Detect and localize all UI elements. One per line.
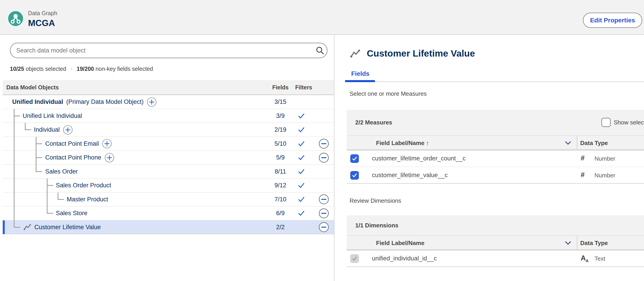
fields-count-cell: 6/9 [266, 206, 295, 220]
show-selected-control: Show select [602, 118, 644, 127]
page-title: MCGA [28, 18, 55, 28]
fields-count-cell: 7/10 [266, 192, 295, 207]
object-name: Master Product [67, 196, 108, 203]
remove-object-icon[interactable] [316, 220, 331, 234]
remove-object-icon[interactable] [316, 151, 331, 165]
measure-checkbox-checked[interactable] [350, 171, 359, 180]
measures-count-label: 2/2 Measures [355, 119, 392, 126]
dimensions-count-label: 1/1 Dimensions [355, 222, 398, 229]
fields-count-cell: 5/9 [266, 151, 295, 165]
column-divider [577, 136, 577, 151]
filter-check-icon[interactable] [294, 165, 308, 179]
column-data-type: Data Type [580, 140, 608, 147]
tab-fields[interactable]: Fields [351, 70, 370, 77]
dimensions-card: 1/1 Dimensions Field Label/Name Data Typ… [347, 215, 644, 267]
add-related-object-icon[interactable] [63, 125, 73, 135]
panel-divider [334, 35, 334, 281]
filter-check-icon[interactable] [294, 109, 308, 123]
edit-properties-button[interactable]: Edit Properties [583, 13, 642, 28]
dimension-row: unified_individual_id__c Aa Text [347, 250, 644, 267]
measure-field-name: customer_lifetime_order_count__c [372, 155, 466, 162]
search-icon[interactable] [316, 46, 324, 55]
chevron-down-icon[interactable] [565, 241, 571, 245]
search-input[interactable] [10, 43, 328, 58]
column-field-label-name[interactable]: Field Label/Name ↑ [376, 140, 429, 147]
fields-count-cell: 5/10 [266, 137, 295, 151]
fields-count-cell: 3/15 [266, 95, 295, 109]
add-related-object-icon[interactable] [104, 153, 114, 163]
tree-table-header: Data Model Objects Fields Filters [3, 80, 334, 95]
measure-row: customer_lifetime_value__c # Number [347, 167, 644, 184]
number-type-icon: # [581, 171, 584, 179]
dimensions-table-header: Field Label/Name Data Type [347, 235, 644, 250]
summary-separator: · [70, 66, 72, 72]
filter-check-icon[interactable] [294, 151, 308, 165]
column-field-label-name[interactable]: Field Label/Name [376, 240, 424, 247]
object-name: Customer Lifetime Value [34, 224, 101, 231]
selection-summary: 10/25 objects selected · 19/200 non-key … [10, 66, 153, 72]
table-row-selected[interactable]: Customer Lifetime Value 2/2 [3, 220, 334, 234]
data-graph-app: Data Graph MCGA Edit Properties 10/25 ob… [0, 0, 644, 281]
tab-active-indicator [345, 80, 375, 82]
calculated-insight-icon [24, 224, 31, 230]
table-row[interactable]: Contact Point Phone 5/9 [3, 151, 334, 165]
table-row[interactable]: Contact Point Email 5/10 [3, 137, 334, 151]
table-row[interactable]: Sales Order 8/11 [3, 165, 334, 179]
table-row[interactable]: Master Product 7/10 [3, 192, 334, 207]
object-name: Sales Order [45, 168, 78, 175]
sort-ascending-indicator: ↑ [426, 140, 429, 146]
measure-field-name: customer_lifetime_value__c [372, 172, 448, 179]
remove-object-icon[interactable] [316, 206, 331, 220]
table-row[interactable]: Unified Link Individual 3/9 [3, 109, 334, 123]
detail-title: Customer Lifetime Value [367, 48, 475, 59]
fields-label: non-key fields selected [96, 66, 153, 72]
object-name: Unified Link Individual [22, 112, 82, 119]
object-name: Unified Individual [12, 98, 63, 105]
selected-row-indicator [3, 220, 5, 234]
data-type-label: Number [594, 155, 615, 162]
chevron-down-icon[interactable] [565, 141, 571, 145]
filter-check-icon[interactable] [294, 123, 308, 137]
fields-count-cell: 8/11 [266, 165, 295, 179]
show-selected-label: Show select [614, 119, 644, 126]
filter-check-icon[interactable] [294, 137, 308, 151]
measures-card: 2/2 Measures Show select Field Label/Nam… [347, 110, 644, 184]
objects-label: objects selected [26, 66, 66, 72]
remove-object-icon[interactable] [316, 192, 331, 207]
add-related-object-icon[interactable] [147, 97, 157, 107]
table-row[interactable]: Individual 2/19 [3, 123, 334, 137]
measure-checkbox-checked[interactable] [350, 154, 359, 163]
app-type-label: Data Graph [28, 10, 57, 17]
data-graph-icon [8, 11, 23, 26]
column-divider [577, 236, 577, 251]
object-name: Sales Order Product [56, 182, 111, 189]
data-type-label: Text [594, 255, 605, 262]
object-suffix: (Primary Data Model Object) [66, 98, 144, 105]
measure-row: customer_lifetime_order_count__c # Numbe… [347, 150, 644, 167]
filter-check-icon[interactable] [294, 206, 308, 220]
calculated-insight-icon [350, 49, 360, 58]
add-related-object-icon[interactable] [102, 139, 112, 149]
dimensions-instruction: Review Dimensions [350, 197, 401, 204]
filter-check-icon[interactable] [294, 192, 308, 207]
column-fields: Fields [266, 84, 295, 91]
fields-count-cell: 2/19 [266, 123, 295, 137]
dimensions-card-header: 1/1 Dimensions [347, 215, 644, 235]
remove-object-icon[interactable] [316, 137, 331, 151]
show-selected-checkbox[interactable] [602, 118, 610, 127]
dimension-field-name: unified_individual_id__c [372, 255, 437, 262]
measures-card-header: 2/2 Measures Show select [347, 110, 644, 135]
column-data-type: Data Type [580, 240, 608, 247]
object-name: Contact Point Email [45, 140, 99, 147]
data-type-label: Number [594, 172, 615, 179]
filter-check-icon[interactable] [294, 178, 308, 192]
measures-table-header: Field Label/Name ↑ Data Type [347, 135, 644, 150]
dimension-checkbox-disabled [350, 254, 359, 263]
objects-count: 10/25 [10, 66, 24, 72]
top-bar: Data Graph MCGA Edit Properties [0, 0, 644, 35]
fields-count: 19/200 [77, 66, 94, 72]
table-row[interactable]: Unified Individual (Primary Data Model O… [3, 95, 334, 109]
column-data-model-objects: Data Model Objects [6, 84, 59, 91]
number-type-icon: # [581, 154, 584, 162]
fields-count-cell: 2/2 [266, 220, 295, 234]
